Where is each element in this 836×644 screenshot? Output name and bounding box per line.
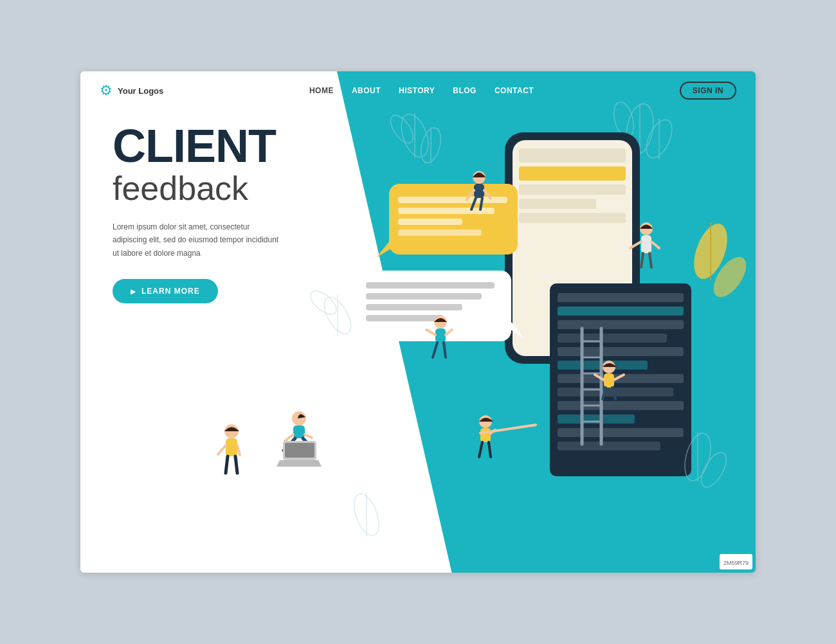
- watermark: 2M59R79: [720, 554, 752, 569]
- page-frame: ⚙ Your Logos HOME ABOUT HISTORY BLOG CON…: [80, 71, 756, 573]
- watermark-text: 2M59R79: [723, 560, 749, 566]
- learn-more-button[interactable]: LEARN MORE: [113, 279, 218, 303]
- hero-text-area: CLIENT feedback Lorem ipsum dolor sit am…: [113, 123, 280, 303]
- nav-about[interactable]: ABOUT: [352, 86, 381, 95]
- hero-title-feedback: feedback: [113, 172, 280, 205]
- hero-title-client: CLIENT: [113, 123, 280, 169]
- hero-description: Lorem ipsum dolor sit amet, consectetur …: [113, 220, 280, 260]
- nav-home[interactable]: HOME: [309, 86, 334, 95]
- navbar: ⚙ Your Logos HOME ABOUT HISTORY BLOG CON…: [80, 71, 756, 110]
- nav-links: HOME ABOUT HISTORY BLOG CONTACT: [309, 86, 534, 95]
- logo-text: Your Logos: [118, 86, 163, 96]
- nav-history[interactable]: HISTORY: [399, 86, 435, 95]
- logo-area: ⚙ Your Logos: [100, 82, 163, 99]
- signin-button[interactable]: SIGN IN: [680, 82, 736, 100]
- nav-blog[interactable]: BLOG: [453, 86, 477, 95]
- logo-icon: ⚙: [100, 82, 113, 99]
- nav-contact[interactable]: CONTACT: [495, 86, 534, 95]
